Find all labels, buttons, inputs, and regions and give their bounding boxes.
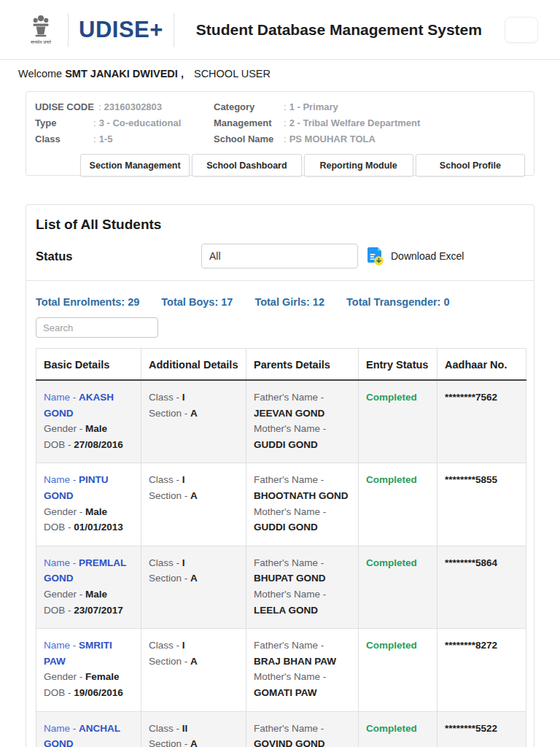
student-row: Name - PINTU GOND Gender - Male DOB - 01…	[36, 463, 526, 546]
gender-value: Male	[85, 423, 107, 434]
section-value: A	[190, 656, 198, 667]
student-row: Name - PREMLAL GOND Gender - Male DOB - …	[36, 546, 526, 628]
info-field-value: 3 - Co-educational	[99, 115, 182, 131]
entry-status-cell: Completed	[359, 463, 438, 546]
student-row: Name - ANCHAL GOND Gender - Female DOB -…	[36, 711, 526, 747]
download-excel-button[interactable]: Download Excel	[367, 247, 464, 266]
gender-label: Gender -	[44, 506, 82, 517]
father-label: Father's Name -	[254, 640, 324, 651]
totals-row: Total Enrolments: 29Total Boys: 17Total …	[36, 296, 524, 308]
father-name-value: BHUPAT GOND	[254, 573, 326, 584]
page-title: Student Database Management System	[196, 21, 482, 39]
school-nav-tabs: Section ManagementSchool DashboardReport…	[80, 154, 525, 177]
tab-section-management[interactable]: Section Management	[80, 154, 190, 177]
column-header: Additional Details	[141, 349, 246, 381]
school-info-right-column: Category:1 - PrimaryManagement:2 - Triba…	[214, 99, 525, 147]
india-emblem-icon: सत्यमेव जयते	[24, 15, 58, 45]
entry-status-badge: Completed	[366, 640, 417, 651]
section-label: Section -	[149, 573, 187, 584]
section-value: A	[190, 573, 198, 584]
class-value: I	[182, 640, 185, 651]
aadhaar-cell: ********5522	[438, 711, 526, 747]
info-field-colon: :	[284, 115, 287, 131]
class-label: Class -	[149, 392, 179, 403]
header-action-placeholder[interactable]	[505, 17, 538, 43]
dob-label: DOB -	[44, 522, 71, 533]
header-divider	[68, 13, 69, 47]
additional-details-cell: Class - II Section - A	[141, 711, 246, 747]
father-name-value: BHOOTNATH GOND	[254, 490, 349, 501]
mother-name-value: GUDDI GOND	[254, 522, 318, 533]
parents-details-cell: Father's Name - BRAJ BHAN PAW Mother's N…	[246, 629, 359, 711]
aadhaar-value: ********5522	[445, 723, 497, 734]
class-value: I	[182, 392, 185, 403]
additional-details-cell: Class - I Section - A	[141, 463, 246, 546]
parents-details-cell: Father's Name - BHOOTNATH GOND Mother's …	[246, 463, 359, 546]
basic-details-cell: Name - PREMLAL GOND Gender - Male DOB - …	[36, 546, 141, 628]
additional-details-cell: Class - I Section - A	[141, 546, 246, 628]
aadhaar-cell: ********5855	[438, 463, 526, 546]
tab-school-dashboard[interactable]: School Dashboard	[192, 154, 301, 177]
additional-details-cell: Class - I Section - A	[141, 629, 246, 711]
user-name: SMT JANAKI DWIVEDI ,	[65, 68, 184, 80]
section-label: Section -	[149, 738, 187, 747]
aadhaar-cell: ********7562	[438, 380, 526, 463]
entry-status-cell: Completed	[359, 380, 438, 463]
parents-details-cell: Father's Name - GOVIND GOND Mother's Nam…	[246, 711, 359, 747]
info-field-label: Type	[35, 115, 89, 131]
name-label: Name -	[44, 557, 76, 568]
basic-details-cell: Name - SMRITI PAW Gender - Female DOB - …	[36, 629, 141, 711]
ashoka-pillar-icon	[31, 15, 51, 39]
class-label: Class -	[149, 557, 179, 568]
entry-status-badge: Completed	[366, 723, 417, 734]
aadhaar-value: ********5864	[445, 557, 497, 568]
info-field-colon: :	[284, 131, 287, 147]
gender-value: Male	[85, 506, 107, 517]
info-field-value: 1 - Primary	[289, 99, 338, 115]
father-label: Father's Name -	[254, 723, 324, 734]
column-header: Aadhaar No.	[438, 349, 526, 381]
father-name-value: BRAJ BHAN PAW	[254, 656, 336, 667]
mother-label: Mother's Name -	[254, 589, 326, 600]
name-label: Name -	[44, 392, 76, 403]
entry-status-badge: Completed	[366, 392, 417, 403]
header-divider	[174, 13, 174, 47]
tab-school-profile[interactable]: School Profile	[416, 154, 525, 177]
class-value: I	[182, 557, 185, 568]
school-info-field: UDISE CODE:23160302803	[35, 99, 184, 115]
name-label: Name -	[44, 474, 76, 485]
info-field-colon: :	[93, 131, 96, 147]
school-info-field: School Name:PS MOUHAR TOLA	[214, 131, 525, 147]
father-label: Father's Name -	[254, 392, 324, 403]
status-filter-row: Status All Download Excel	[36, 244, 524, 268]
tab-reporting-module[interactable]: Reporting Module	[304, 154, 413, 177]
father-label: Father's Name -	[254, 557, 324, 568]
mother-name-value: GUDDI GOND	[254, 439, 318, 450]
additional-details-cell: Class - I Section - A	[141, 380, 246, 463]
column-header: Parents Details	[246, 349, 359, 381]
info-field-label: UDISE CODE	[35, 99, 94, 115]
section-label: Section -	[149, 408, 187, 419]
class-value: I	[182, 474, 185, 485]
gender-label: Gender -	[44, 589, 82, 600]
dob-label: DOB -	[44, 605, 71, 616]
aadhaar-cell: ********5864	[438, 546, 526, 628]
search-input[interactable]	[36, 317, 158, 338]
info-field-value: 2 - Tribal Welfare Department	[289, 115, 421, 131]
parents-details-cell: Father's Name - JEEVAN GOND Mother's Nam…	[246, 380, 359, 463]
school-info-field: Category:1 - Primary	[214, 99, 525, 115]
excel-download-icon	[367, 247, 384, 266]
class-label: Class -	[149, 723, 179, 734]
status-select[interactable]: All	[201, 244, 358, 268]
section-label: Section -	[149, 656, 187, 667]
table-header-row: Basic DetailsAdditional DetailsParents D…	[36, 349, 526, 381]
name-label: Name -	[44, 723, 76, 734]
emblem-caption: सत्यमेव जयते	[31, 40, 51, 45]
entry-status-cell: Completed	[359, 711, 438, 747]
total-stat: Total Girls: 12	[254, 296, 324, 308]
section-value: A	[190, 490, 198, 501]
info-field-colon: :	[284, 99, 287, 115]
column-header: Entry Status	[359, 349, 438, 381]
father-name-value: JEEVAN GOND	[254, 408, 324, 419]
section-value: A	[190, 738, 198, 747]
